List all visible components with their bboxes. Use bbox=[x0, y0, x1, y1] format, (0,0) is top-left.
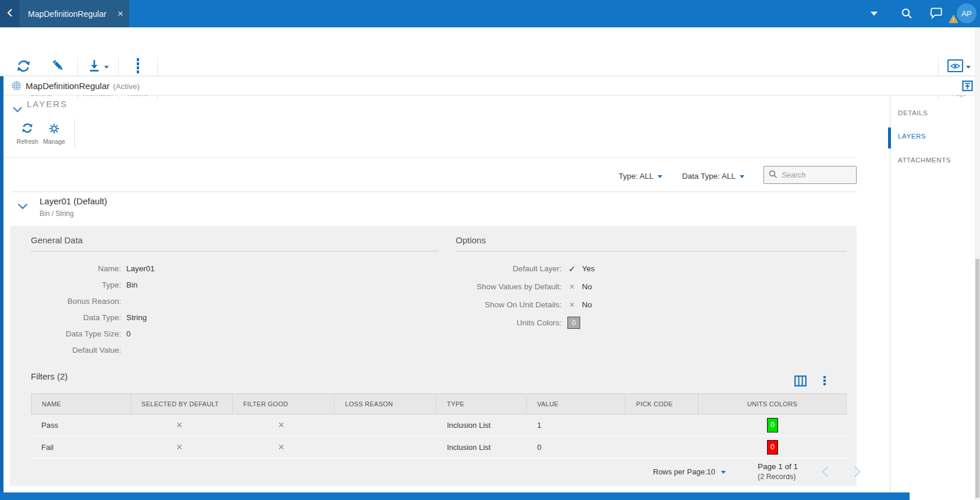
active-tab-indicator bbox=[888, 127, 891, 148]
layer-title[interactable]: Layer01 (Default) bbox=[40, 196, 107, 206]
column-header[interactable]: FILTER GOOD bbox=[233, 394, 335, 414]
units-colors-badge[interactable]: 0 bbox=[567, 317, 580, 329]
options-title: Options bbox=[456, 235, 847, 251]
table-cell bbox=[626, 437, 698, 458]
search-input[interactable] bbox=[782, 171, 848, 179]
avatar-initials: AP bbox=[961, 9, 971, 18]
layers-refresh-button[interactable]: Refresh bbox=[14, 120, 41, 148]
search-icon[interactable] bbox=[901, 8, 913, 22]
field-label: Bonus Reason: bbox=[31, 297, 121, 306]
column-header[interactable]: LOSS REASON bbox=[335, 394, 436, 414]
table-cell: × bbox=[131, 437, 233, 458]
table-cell: × bbox=[233, 414, 335, 435]
column-header[interactable]: TYPE bbox=[436, 394, 527, 414]
column-header[interactable]: SELECTED BY DEFAULT bbox=[131, 394, 233, 414]
tab-title: MapDefinitionRegular bbox=[28, 9, 113, 19]
chevron-down-icon bbox=[740, 175, 744, 178]
layer-detail-panel: General Data Options Name:Layer01Type:Bi… bbox=[10, 226, 857, 486]
chevron-down-icon bbox=[966, 66, 971, 69]
field-label: Name: bbox=[31, 264, 121, 273]
column-options-icon[interactable] bbox=[794, 375, 807, 388]
svg-text:!: ! bbox=[953, 17, 954, 23]
scrollbar-thumb[interactable] bbox=[975, 259, 979, 498]
app-window: MapDefinitionRegular × AP ! bbox=[0, 0, 980, 500]
top-bar: MapDefinitionRegular × AP ! bbox=[0, 0, 980, 27]
warning-icon: ! bbox=[949, 15, 958, 25]
filters-table-title: Filters (2) bbox=[31, 371, 68, 381]
table-cell bbox=[335, 437, 436, 458]
filters-table: NAMESELECTED BY DEFAULTFILTER GOODLOSS R… bbox=[31, 393, 847, 459]
type-filter-dropdown[interactable]: Type: ALL bbox=[619, 172, 662, 180]
bottom-accent-bar bbox=[0, 492, 910, 500]
table-cell bbox=[626, 414, 698, 435]
action-button-label: Manage bbox=[43, 138, 65, 145]
field-row: Data Type:String bbox=[31, 309, 333, 325]
tab-strip: MapDefinitionRegular × bbox=[0, 0, 129, 27]
field-row: Show Values by Default:×No bbox=[336, 278, 743, 296]
page-info: Page 1 of 1 (2 Records) bbox=[758, 462, 798, 482]
chevron-down-icon bbox=[658, 175, 662, 178]
field-label: Default Layer: bbox=[336, 264, 562, 273]
tab-attachments[interactable]: ATTACHMENTS bbox=[898, 157, 974, 167]
expand-panel-icon[interactable] bbox=[962, 80, 973, 93]
back-button[interactable] bbox=[0, 0, 20, 27]
units-color-badge: 0 bbox=[767, 440, 778, 455]
table-cell: Fail bbox=[31, 437, 131, 458]
chevron-down-icon[interactable] bbox=[871, 12, 878, 16]
actions-separator bbox=[74, 119, 75, 147]
table-cell: 0 bbox=[698, 414, 847, 435]
kebab-menu-icon[interactable] bbox=[823, 376, 826, 385]
options-fields: Default Layer:✓YesShow Values by Default… bbox=[336, 260, 743, 332]
field-label: Show On Unit Details: bbox=[336, 300, 562, 309]
feedback-bubble-icon[interactable] bbox=[930, 8, 943, 22]
general-data-fields: Name:Layer01Type:BinBonus Reason:Data Ty… bbox=[31, 260, 333, 358]
gear-icon bbox=[48, 120, 61, 136]
table-cell: 0 bbox=[527, 437, 626, 458]
field-value: Yes bbox=[582, 264, 595, 273]
rows-per-page-dropdown[interactable]: Rows per Page:10 bbox=[653, 467, 726, 476]
tab-mapdefinitionregular[interactable]: MapDefinitionRegular × bbox=[20, 0, 129, 27]
units-color-badge: 0 bbox=[767, 418, 778, 432]
field-row: Data Type Size:0 bbox=[31, 325, 333, 342]
table-cell: Pass bbox=[31, 414, 131, 435]
eye-icon bbox=[947, 59, 963, 72]
previous-page-icon[interactable] bbox=[822, 466, 832, 477]
divider bbox=[12, 192, 857, 192]
refresh-icon bbox=[16, 56, 31, 75]
table-cell bbox=[335, 414, 436, 435]
field-row: Show On Unit Details:×No bbox=[336, 296, 743, 314]
table-cell: 1 bbox=[527, 414, 626, 435]
tab-layers[interactable]: LAYERS bbox=[898, 133, 974, 143]
next-page-icon[interactable] bbox=[850, 466, 860, 477]
layers-manage-button[interactable]: Manage bbox=[41, 120, 68, 148]
x-mark-icon: × bbox=[567, 282, 577, 292]
left-accent-rail bbox=[0, 76, 3, 500]
check-mark-icon: ✓ bbox=[567, 264, 577, 274]
column-header[interactable]: NAME bbox=[31, 394, 131, 414]
field-label: Type: bbox=[31, 281, 121, 289]
rows-per-page-label: Rows per Page:10 bbox=[653, 467, 715, 476]
field-row: Default Value: bbox=[31, 342, 333, 358]
layer-subtitle: Bin / String bbox=[40, 210, 74, 218]
avatar[interactable]: AP bbox=[957, 3, 977, 23]
record-name: MapDefinitionRegular bbox=[26, 81, 109, 91]
section-title-layers: LAYERS bbox=[27, 99, 68, 109]
page-number: Page 1 of 1 bbox=[758, 462, 798, 472]
column-header[interactable]: UNITS COLORS bbox=[698, 394, 847, 414]
close-icon[interactable]: × bbox=[118, 9, 123, 19]
column-header[interactable]: VALUE bbox=[527, 394, 626, 414]
entity-globe-icon bbox=[12, 81, 22, 93]
table-row[interactable]: Fail××Inclusion List00 bbox=[31, 437, 847, 459]
collapse-chevron-icon[interactable] bbox=[13, 105, 22, 114]
field-value: No bbox=[582, 300, 592, 309]
field-label: Default Value: bbox=[31, 346, 121, 354]
download-icon bbox=[87, 56, 109, 75]
column-header[interactable]: PICK CODE bbox=[626, 394, 698, 414]
data-type-filter-dropdown[interactable]: Data Type: ALL bbox=[682, 172, 744, 180]
table-cell: Inclusion List bbox=[436, 437, 527, 458]
filters-table-header: NAMESELECTED BY DEFAULTFILTER GOODLOSS R… bbox=[31, 393, 847, 414]
collapse-chevron-icon[interactable] bbox=[17, 203, 28, 211]
toolbar: Refresh Edit bbox=[0, 27, 980, 76]
table-row[interactable]: Pass××Inclusion List10 bbox=[31, 414, 847, 437]
tab-details[interactable]: DETAILS bbox=[898, 109, 974, 120]
